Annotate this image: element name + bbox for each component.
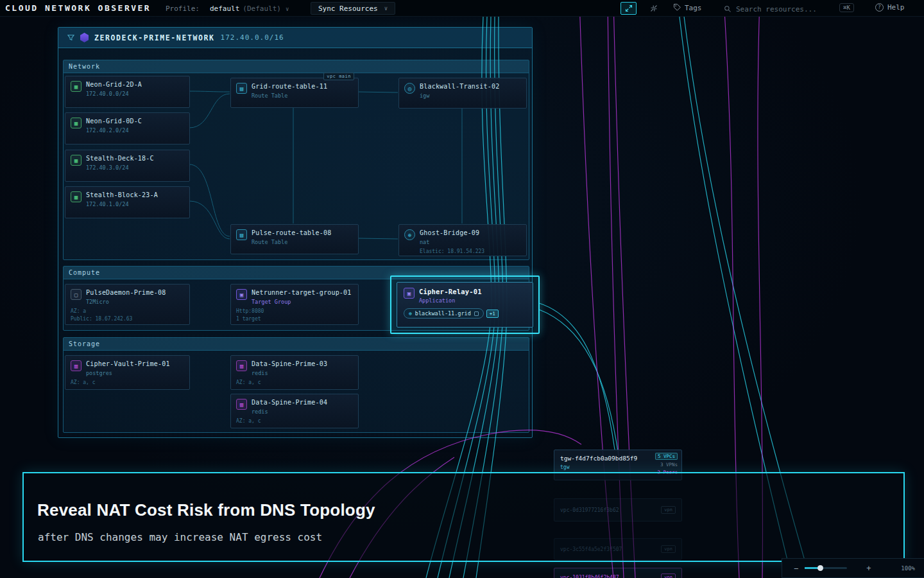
attachment-tag: vpn bbox=[661, 574, 676, 578]
route-table-main-badge: vpc main bbox=[323, 73, 354, 80]
filter-icon bbox=[67, 31, 74, 44]
nat-gateway-icon: ⊕ bbox=[404, 229, 415, 240]
route-table-type: Route Table bbox=[252, 239, 331, 245]
instance-public-ip: Public: 18.67.242.63 bbox=[71, 315, 184, 323]
profile-dropdown[interactable]: default(Default)∨ bbox=[210, 4, 289, 13]
load-balancer-card: ▣ Cipher-Relay-01 Application ⊕ blackwal… bbox=[397, 282, 533, 328]
load-balancer-node-selected[interactable]: ▣ Cipher-Relay-01 Application ⊕ blackwal… bbox=[390, 276, 540, 334]
subnet-name: Neon-Grid-2D-A bbox=[86, 81, 142, 89]
database-node[interactable]: ▥ Data-Spine-Prime-03 redis AZ: a, c bbox=[230, 355, 359, 390]
tags-button[interactable]: Tags bbox=[673, 3, 702, 13]
chevron-down-icon: ∨ bbox=[384, 5, 388, 12]
database-az: AZ: a, c bbox=[71, 379, 184, 387]
subnet-cidr: 172.40.0.0/24 bbox=[86, 91, 142, 97]
search-icon bbox=[724, 3, 732, 15]
subnet-cidr: 172.40.2.0/24 bbox=[86, 127, 142, 134]
subnet-node[interactable]: ▦ Neon-Grid-2D-A 172.40.0.0/24 bbox=[65, 76, 190, 108]
database-icon: ▥ bbox=[71, 360, 81, 371]
route-table-node[interactable]: vpc main ▤ Grid-route-table-11 Route Tab… bbox=[230, 78, 359, 108]
subnet-icon: ▦ bbox=[71, 118, 81, 128]
database-name: Cipher-Vault-Prime-01 bbox=[86, 360, 170, 369]
dns-pill[interactable]: ⊕ blackwall-11.grid bbox=[404, 308, 484, 319]
subnet-node[interactable]: ▦ Stealth-Block-23-A 172.40.1.0/24 bbox=[65, 186, 190, 218]
instance-name: PulseDaemon-Prime-08 bbox=[86, 289, 166, 297]
route-table-node[interactable]: ▤ Pulse-route-table-08 Route Table bbox=[230, 224, 359, 254]
zoom-in-button[interactable]: + bbox=[866, 564, 871, 573]
tgw-attachment-row[interactable]: vpc-1031f8b46f2b487 vpn bbox=[554, 568, 682, 578]
nat-elastic-ip: Elastic: 18.91.54.223 bbox=[420, 248, 484, 256]
zoom-slider[interactable] bbox=[805, 567, 847, 569]
subnet-node[interactable]: ▦ Stealth-Deck-18-C 172.40.3.0/24 bbox=[65, 150, 190, 182]
banner-subtitle: after DNS changes may increase NAT egres… bbox=[38, 531, 322, 543]
profile-value: default bbox=[210, 4, 239, 13]
route-table-name: Pulse-route-table-08 bbox=[252, 229, 331, 238]
instance-type: T2Micro bbox=[86, 299, 166, 305]
tgw-vpns-badge: 3 VPNs bbox=[660, 462, 678, 468]
copy-icon bbox=[474, 311, 479, 316]
storage-section-header: Storage bbox=[64, 338, 529, 351]
expand-view-button[interactable] bbox=[620, 2, 637, 15]
instance-icon: ▢ bbox=[71, 289, 81, 300]
database-name: Data-Spine-Prime-03 bbox=[252, 360, 327, 369]
database-node[interactable]: ▥ Data-Spine-Prime-04 redis AZ: a, c bbox=[230, 394, 359, 428]
database-engine: redis bbox=[252, 370, 327, 376]
target-group-targets: 1 target bbox=[236, 315, 353, 323]
search-bar[interactable] bbox=[724, 3, 826, 15]
route-table-type: Route Table bbox=[252, 92, 327, 99]
target-group-node[interactable]: ▣ Netrunner-target-group-01 Target Group… bbox=[230, 284, 359, 325]
topbar: CLOUD NETWORK OBSERVER Profile: default(… bbox=[0, 0, 924, 17]
sync-resources-button[interactable]: Sync Resources ∨ bbox=[311, 2, 395, 15]
load-balancer-icon: ▣ bbox=[404, 288, 415, 299]
globe-icon: ⊕ bbox=[409, 311, 412, 317]
network-section-header: Network bbox=[64, 60, 529, 73]
database-node[interactable]: ▥ Cipher-Vault-Prime-01 postgres AZ: a, … bbox=[65, 355, 190, 390]
database-name: Data-Spine-Prime-04 bbox=[252, 399, 327, 407]
internet-gateway-node[interactable]: ◎ Blackwall-Transit-02 igw bbox=[398, 78, 527, 109]
zoom-slider-knob[interactable] bbox=[817, 565, 823, 571]
insight-banner: Reveal NAT Cost Risk from DNS Topology a… bbox=[22, 472, 905, 562]
banner-title: Reveal NAT Cost Risk from DNS Topology bbox=[37, 500, 375, 520]
chevron-down-icon: ∨ bbox=[286, 6, 289, 12]
subnet-icon: ▦ bbox=[71, 155, 81, 166]
nat-name: Ghost-Bridge-09 bbox=[420, 229, 484, 238]
more-count-badge[interactable]: +1 bbox=[486, 310, 499, 318]
profile-label: Profile: bbox=[166, 4, 200, 13]
target-group-name: Netrunner-target-group-01 bbox=[252, 289, 352, 297]
collapse-view-button[interactable] bbox=[648, 3, 660, 14]
tgw-vpcs-badge: 5 VPCs bbox=[655, 453, 678, 460]
zoom-level: 100% bbox=[901, 565, 915, 572]
database-az: AZ: a, c bbox=[236, 417, 353, 425]
instance-az: AZ: a bbox=[71, 308, 184, 315]
subnet-icon: ▦ bbox=[71, 191, 81, 202]
route-table-icon: ▤ bbox=[236, 229, 247, 240]
profile-variant: (Default) bbox=[243, 4, 281, 13]
subnet-node[interactable]: ▦ Neon-Grid-0D-C 172.40.2.0/24 bbox=[65, 112, 190, 144]
subnet-icon: ▦ bbox=[71, 81, 81, 92]
subnet-name: Neon-Grid-0D-C bbox=[86, 118, 142, 126]
load-balancer-name: Cipher-Relay-01 bbox=[419, 288, 482, 296]
nat-type: nat bbox=[420, 239, 484, 245]
subnet-cidr: 172.40.1.0/24 bbox=[86, 201, 158, 207]
help-label: Help bbox=[887, 3, 905, 12]
igw-name: Blackwall-Transit-02 bbox=[420, 83, 499, 91]
keyboard-shortcut-badge: ⌘K bbox=[839, 3, 854, 12]
dns-name: blackwall-11.grid bbox=[415, 310, 471, 317]
subnet-name: Stealth-Block-23-A bbox=[86, 191, 158, 200]
vpc-hexagon-icon bbox=[80, 33, 89, 42]
vpc-container[interactable]: ZERODECK-PRIME-NETWORK 172.40.0.0/16 Net… bbox=[58, 27, 533, 438]
target-group-type: Target Group bbox=[252, 299, 352, 305]
zoom-out-button[interactable]: − bbox=[794, 564, 798, 573]
search-input[interactable] bbox=[736, 5, 826, 13]
subnet-cidr: 172.40.3.0/24 bbox=[86, 164, 154, 171]
tags-label: Tags bbox=[685, 4, 702, 12]
help-icon: ? bbox=[875, 3, 884, 12]
help-button[interactable]: ? Help bbox=[875, 3, 905, 12]
sync-resources-label: Sync Resources bbox=[318, 4, 378, 13]
target-group-listener: Http:8080 bbox=[236, 308, 353, 315]
topology-canvas[interactable]: CLOUD NETWORK OBSERVER Profile: default(… bbox=[0, 0, 924, 578]
nat-gateway-node[interactable]: ⊕ Ghost-Bridge-09 nat Elastic: 18.91.54.… bbox=[398, 224, 527, 256]
tag-icon bbox=[673, 3, 681, 13]
vpc-header[interactable]: ZERODECK-PRIME-NETWORK 172.40.0.0/16 bbox=[58, 28, 532, 48]
ec2-instance-node[interactable]: ▢ PulseDaemon-Prime-08 T2Micro AZ: a Pub… bbox=[65, 284, 190, 325]
load-balancer-type: Application bbox=[419, 297, 482, 304]
